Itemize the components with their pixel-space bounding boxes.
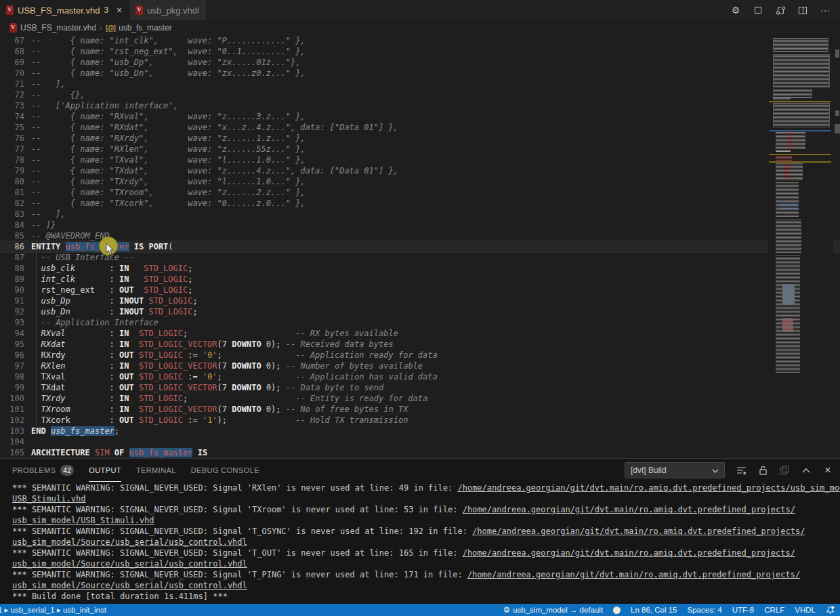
code-line[interactable]: 74-- { name: "RXval", wave: "z......3.z.… (0, 111, 840, 122)
file-link[interactable]: /home/andreea.georgian/git/dvt.main/ro.a… (467, 570, 800, 579)
code-line[interactable]: 78-- { name: "TXval", wave: "l......1.0.… (0, 155, 840, 165)
code-line[interactable]: 80-- { name: "TXrdy", wave: "l......1.0.… (0, 176, 840, 187)
build-status-icon[interactable] (613, 607, 621, 614)
code-text: -- Application Interface (31, 317, 159, 328)
close-panel-icon[interactable]: × (822, 465, 833, 476)
gear-icon[interactable]: ⚙ (730, 5, 741, 16)
panel-tab-output[interactable]: OUTPUT (89, 459, 121, 482)
code-line[interactable]: 84-- ]} (0, 220, 840, 230)
code-line[interactable]: 75-- { name: "RXdat", wave: "x...z..4.z.… (0, 122, 840, 133)
split-editor-icon[interactable] (797, 5, 808, 16)
code-line[interactable]: 97 RXlen : IN STD_LOGIC_VECTOR(7 DOWNTO … (0, 361, 840, 371)
file-link[interactable]: /home/andreea.georgian/git/dvt.main/ro.a… (463, 505, 795, 514)
code-line[interactable]: 72-- {}, (0, 89, 840, 100)
code-line[interactable]: 81-- { name: "TXroom", wave: "z......2.z… (0, 187, 840, 198)
code-line[interactable]: 88 usb_clk : IN STD_LOGIC; (0, 263, 840, 274)
code-editor[interactable]: 67-- { name: "int_clk", wave: "P........… (0, 35, 840, 458)
code-line[interactable]: 91 usb_Dp : INOUT STD_LOGIC; (0, 295, 840, 306)
code-line[interactable]: 93 -- Application Interface (0, 317, 840, 328)
code-line[interactable]: 73-- ['Application interface', (0, 100, 840, 111)
breadcrumb-file[interactable]: USB_FS_master.vhd (20, 23, 96, 33)
code-line[interactable]: 102 TXcork : OUT STD_LOGIC := '1'); -- H… (0, 415, 840, 426)
file-link[interactable]: usb_sim_model/USB_Stimuli.vhd (12, 516, 154, 525)
code-line[interactable]: 101 TXroom : IN STD_LOGIC_VECTOR(7 DOWNT… (0, 404, 840, 415)
code-area[interactable]: 67-- { name: "int_clk", wave: "P........… (0, 35, 840, 458)
breadcrumb[interactable]: USB_FS_master.vhd › [@] usb_fs_master (0, 20, 840, 35)
file-link[interactable]: /home/andreea.georgian/git/dvt.main/ro.a… (472, 527, 805, 536)
line-number: 102 (0, 415, 24, 426)
file-link[interactable]: /home/andreea.georgian/git/dvt.main/ro.a… (457, 483, 840, 493)
lock-icon[interactable] (757, 465, 768, 476)
file-link[interactable]: usb_sim_model/Source/usb_serial/usb_cont… (12, 581, 247, 590)
project-config[interactable]: ⚙ usb_sim_model → default (503, 605, 603, 615)
panel-tab-problems[interactable]: PROBLEMS42 (12, 459, 74, 482)
scope-path[interactable]: 1 ▸ usb_serial_1 ▸ usb_init_inst (0, 605, 106, 615)
open-in-editor-icon[interactable] (779, 465, 790, 476)
code-text: -- ], (31, 79, 66, 89)
notifications-bell-icon[interactable] (826, 605, 835, 615)
file-link[interactable]: USB_Stimuli.vhd (12, 494, 85, 504)
editor-tab[interactable]: usb_pkg.vhdl (129, 0, 207, 20)
scrollbar-slider[interactable] (835, 124, 840, 134)
code-line[interactable]: 76-- { name: "RXrdy", wave: "z......1.z.… (0, 133, 840, 144)
code-line[interactable]: 105ARCHITECTURE SIM OF usb_fs_master IS (0, 447, 840, 458)
code-line[interactable]: 100 TXrdy : IN STD_LOGIC; -- Entity is r… (0, 393, 840, 404)
clear-output-icon[interactable] (736, 465, 747, 476)
code-line[interactable]: 82-- { name: "TXcork", wave: "0......z.0… (0, 198, 840, 209)
encoding-setting[interactable]: UTF-8 (732, 606, 755, 614)
code-line[interactable]: 103END usb_fs_master; (0, 426, 840, 436)
output-text: *** SEMANTIC WARNING: SIGNAL_NEVER_USED:… (12, 527, 472, 536)
overview-ruler-mark (835, 49, 839, 58)
code-line[interactable]: 67-- { name: "int_clk", wave: "P........… (0, 35, 840, 46)
code-line[interactable]: 90 rst_neg_ext : OUT STD_LOGIC; (0, 285, 840, 295)
code-line[interactable]: 98 TXval : OUT STD_LOGIC := '0'; -- Appl… (0, 371, 840, 382)
output-console[interactable]: *** SEMANTIC WARNING: SIGNAL_NEVER_USED:… (0, 482, 840, 604)
breadcrumb-symbol[interactable]: usb_fs_master (119, 23, 172, 33)
maximize-panel-icon[interactable] (801, 465, 812, 476)
code-line[interactable]: 85-- @WAVEDROM_END (0, 230, 840, 241)
minimap[interactable] (768, 35, 833, 458)
minimap-block (769, 101, 831, 102)
code-text: -- { name: "TXroom", wave: "z......2.z..… (31, 187, 306, 198)
code-line[interactable]: 79-- { name: "TXdat", wave: "z......4.z.… (0, 165, 840, 176)
code-line[interactable]: 83-- ], (0, 209, 840, 220)
code-line[interactable]: 95 RXdat : IN STD_LOGIC_VECTOR(7 DOWNTO … (0, 339, 840, 350)
editor-tab[interactable]: USB_FS_master.vhd3× (0, 0, 129, 20)
square-icon[interactable] (753, 5, 763, 16)
code-line[interactable]: 87 -- USB Interface -- (0, 252, 840, 263)
status-scope-breadcrumb[interactable]: 1 ▸ usb_serial_1 ▸ usb_init_inst (0, 605, 106, 615)
eol-setting[interactable]: CRLF (764, 606, 784, 614)
code-text: -- { name: "rst_neg_ext", wave: "0..1...… (31, 46, 306, 57)
code-line[interactable]: 89 int_clk : IN STD_LOGIC; (0, 274, 840, 285)
line-number: 75 (0, 122, 24, 133)
line-number: 91 (0, 295, 24, 306)
output-text: *** SEMANTIC WARNING: SIGNAL_NEVER_USED:… (12, 483, 457, 493)
line-number: 85 (0, 230, 24, 241)
code-line[interactable]: 69-- { name: "usb_Dp", wave: "zx.....01z… (0, 57, 840, 68)
file-link[interactable]: usb_sim_model/Source/usb_serial/usb_cont… (12, 559, 247, 569)
code-line[interactable]: 96 RXrdy : OUT STD_LOGIC := '0'; -- Appl… (0, 350, 840, 361)
code-line[interactable]: 70-- { name: "usb_Dn", wave: "zx....z0.z… (0, 68, 840, 79)
code-line[interactable]: 86ENTITY usb_fs_master IS PORT( (0, 241, 840, 252)
language-mode[interactable]: VHDL (795, 606, 816, 614)
file-link[interactable]: usb_sim_model/Source/usb_serial/usb_cont… (12, 537, 247, 547)
editor-scrollbar[interactable] (833, 35, 840, 458)
output-channel-dropdown[interactable]: [dvt] Build (625, 462, 725, 478)
code-line[interactable]: 68-- { name: "rst_neg_ext", wave: "0..1.… (0, 46, 840, 57)
cursor-position[interactable]: Ln 86, Col 15 (631, 606, 677, 614)
more-actions-icon[interactable]: ··· (820, 5, 831, 16)
code-line[interactable]: 71-- ], (0, 79, 840, 89)
compare-changes-icon[interactable] (775, 5, 786, 16)
indentation-setting[interactable]: Spaces: 4 (688, 606, 722, 614)
code-line[interactable]: 92 usb_Dn : INOUT STD_LOGIC; (0, 306, 840, 317)
code-line[interactable]: 77-- { name: "RXlen", wave: "z......55z.… (0, 144, 840, 155)
panel-tab-debug-console[interactable]: DEBUG CONSOLE (191, 459, 259, 482)
close-icon[interactable]: × (117, 5, 122, 15)
code-line[interactable]: 99 TXdat : OUT STD_LOGIC_VECTOR(7 DOWNTO… (0, 382, 840, 393)
panel-tab-terminal[interactable]: TERMINAL (136, 459, 176, 482)
file-link[interactable]: /home/andreea.georgian/git/dvt.main/ro.a… (463, 548, 795, 558)
code-line[interactable]: 94 RXval : IN STD_LOGIC; -- RX bytes ava… (0, 328, 840, 339)
code-text: -- { name: "usb_Dp", wave: "zx.....01z..… (31, 57, 300, 68)
code-line[interactable]: 104 (0, 436, 840, 447)
line-number: 88 (0, 263, 24, 274)
